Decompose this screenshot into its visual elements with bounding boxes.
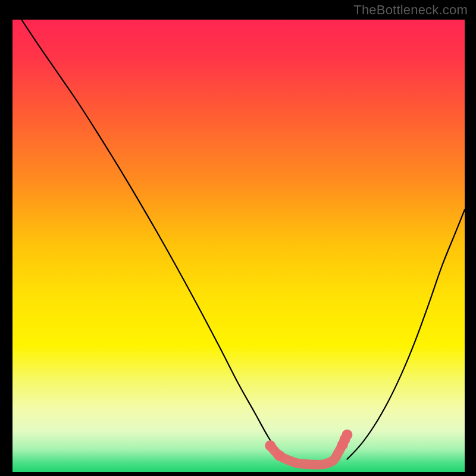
accent-dot	[265, 440, 275, 451]
plot-svg	[12, 20, 465, 472]
accent-dot	[274, 450, 284, 461]
chart-container: TheBottleneck.com	[0, 0, 476, 476]
gradient-background	[12, 20, 465, 472]
accent-dot	[342, 430, 352, 440]
plot-area	[12, 20, 465, 472]
watermark-text: TheBottleneck.com	[353, 2, 468, 18]
